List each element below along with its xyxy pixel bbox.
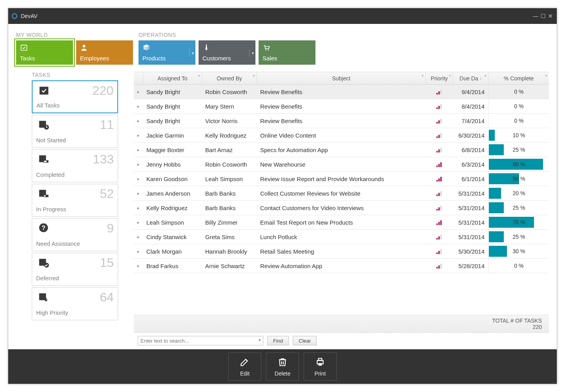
delete-button[interactable]: Delete	[266, 352, 299, 381]
expand-icon[interactable]: ▸	[134, 118, 143, 123]
sidebar-title: TASKS	[32, 72, 118, 78]
minimize-button[interactable]: —	[532, 13, 539, 19]
table-row[interactable]: ▸Maggie BoxterBart ArnazSpecs for Automa…	[134, 143, 549, 157]
search-input[interactable]	[138, 336, 263, 345]
filter-icon[interactable]: ▾	[485, 74, 487, 78]
cell-priority	[426, 205, 453, 211]
cell-subject: New Warehourse	[257, 161, 426, 168]
grid-footer: TOTAL # OF TASKS 220	[134, 315, 549, 332]
svg-rect-44	[438, 207, 440, 211]
sidebar-card-need-assistance[interactable]: ?9Need Assistance	[32, 218, 118, 251]
svg-rect-40	[436, 194, 438, 196]
col-owned-by[interactable]: Owned By▾	[202, 72, 257, 84]
expand-icon[interactable]: ▸	[134, 205, 143, 211]
cell-priority	[426, 176, 453, 181]
cell-subject: Review Benefits	[257, 103, 426, 110]
expand-icon[interactable]: ▸	[134, 147, 143, 152]
clear-button[interactable]: Clear	[293, 336, 317, 345]
col-priority[interactable]: Priority▾	[426, 72, 453, 84]
cell-owned: Hannah Brookly	[202, 248, 257, 255]
cell-owned: Robin Cosworth	[202, 89, 257, 95]
card-count: 15	[100, 256, 114, 270]
filter-icon[interactable]: ▾	[253, 74, 255, 78]
expand-icon[interactable]: ▸	[134, 162, 143, 167]
sidebar-card-not-started[interactable]: 11Not Started	[32, 115, 118, 148]
table-row[interactable]: ▸Sandy BrightRobin CosworthReview Benefi…	[134, 85, 549, 99]
svg-rect-13	[44, 195, 46, 197]
cell-owned: Billy Zimmer	[202, 219, 257, 226]
chevron-down-icon[interactable]: ▾	[249, 49, 254, 57]
filter-icon[interactable]: ▾	[449, 74, 451, 78]
close-button[interactable]: ✕	[547, 13, 554, 19]
cell-subject: Specs for Automation App	[257, 147, 426, 153]
cell-pct: 0 %	[488, 114, 549, 128]
pencil-icon	[240, 357, 250, 368]
col-assigned-to[interactable]: Assigned To▾	[143, 72, 202, 84]
svg-rect-18	[39, 293, 46, 300]
expand-icon[interactable]: ▸	[134, 176, 143, 181]
col-due[interactable]: Due Da↓▾	[453, 72, 488, 84]
maximize-button[interactable]: ☐	[540, 13, 547, 19]
cell-owned: Kelly Rodriguez	[202, 132, 257, 139]
print-button[interactable]: Print	[304, 352, 337, 381]
expand-icon[interactable]: ▸	[134, 104, 143, 109]
table-row[interactable]: ▸James AndersonBarb BanksCollect Custome…	[134, 186, 549, 201]
tile-sales[interactable]: Sales	[259, 40, 315, 65]
sidebar-card-completed[interactable]: 133Completed	[32, 149, 118, 182]
svg-rect-55	[436, 267, 438, 269]
tile-customers[interactable]: Customers ▾	[199, 40, 255, 65]
table-row[interactable]: ▸Sandy BrightVictor NorrisReview Benefit…	[134, 114, 549, 128]
card-count: 220	[93, 83, 113, 98]
col-pct[interactable]: % Complete▾	[488, 72, 549, 84]
expand-icon[interactable]: ▸	[134, 263, 143, 269]
expand-icon[interactable]: ▸	[134, 89, 143, 94]
table-row[interactable]: ▸Clark MorganHannah BrooklyRetail Sales …	[134, 244, 549, 259]
cell-pct: 10 %	[488, 128, 549, 142]
box-icon	[142, 44, 191, 53]
tile-employees[interactable]: Employees	[76, 40, 133, 65]
sort-desc-icon: ↓	[480, 76, 482, 80]
table-row[interactable]: ▸Leah SimpsonBilly ZimmerEmail Test Repo…	[134, 215, 549, 230]
svg-rect-41	[438, 193, 440, 196]
expand-icon[interactable]: ▸	[134, 220, 143, 225]
svg-rect-22	[436, 107, 438, 109]
cell-subject: Review Benefits	[257, 118, 426, 124]
filter-icon[interactable]: ▾	[422, 74, 424, 78]
table-row[interactable]: ▸Jackie GarminKelly RodriguezOnline Vide…	[134, 128, 549, 143]
chevron-down-icon[interactable]: ▾	[189, 49, 194, 57]
card-count: 52	[100, 187, 114, 201]
sidebar-card-in-progress[interactable]: 52In Progress	[32, 184, 118, 217]
filter-icon[interactable]: ▾	[198, 74, 200, 78]
sidebar-card-high-priority[interactable]: 64High Priority	[32, 287, 118, 320]
tile-tasks[interactable]: Tasks	[16, 40, 73, 65]
sidebar-card-deferred[interactable]: 15Deferred	[32, 253, 118, 286]
edit-button[interactable]: Edit	[228, 352, 261, 381]
table-row[interactable]: ▸Kelly RodriguezBarb BanksContact Custom…	[134, 201, 549, 215]
expand-icon[interactable]: ▸	[134, 234, 143, 240]
table-row[interactable]: ▸Sandy BrightMary SternReview Benefits8/…	[134, 99, 549, 114]
table-row[interactable]: ▸Karen GoodsonLeah SimpsonReview Issue R…	[134, 172, 549, 186]
window-controls: — ☐ ✕	[532, 13, 554, 19]
expand-icon[interactable]: ▸	[134, 191, 143, 196]
tile-label: Customers	[202, 55, 252, 62]
cell-priority	[426, 147, 453, 152]
find-button[interactable]: Find	[267, 336, 289, 345]
tile-label: Sales	[262, 55, 312, 62]
expand-icon[interactable]: ▸	[134, 133, 143, 138]
find-panel: Find Clear	[134, 332, 549, 349]
table-row[interactable]: ▸Brad FarkusArnie SchwartzReview Automat…	[134, 259, 549, 273]
filter-icon[interactable]: ▾	[545, 74, 547, 78]
cell-pct: 0 %	[488, 99, 549, 113]
table-row[interactable]: ▸Jenny HobbsRobin CosworthNew Warehourse…	[134, 157, 549, 172]
cell-owned: Leah Simpson	[202, 176, 257, 182]
sidebar-card-all-tasks[interactable]: 220All Tasks	[32, 80, 118, 113]
svg-rect-21	[440, 90, 442, 94]
cell-pct: 75 %	[488, 215, 549, 229]
col-subject[interactable]: Subject▾	[257, 72, 426, 84]
cell-pct: 30 %	[488, 244, 549, 258]
table-row[interactable]: ▸Cindy StanwickGreta SimsLunch Potluck5/…	[134, 230, 549, 244]
svg-rect-34	[436, 165, 438, 167]
expand-icon[interactable]: ▸	[134, 249, 143, 254]
footer-label: TOTAL # OF TASKS	[137, 318, 542, 324]
tile-products[interactable]: Products ▾	[139, 40, 195, 65]
